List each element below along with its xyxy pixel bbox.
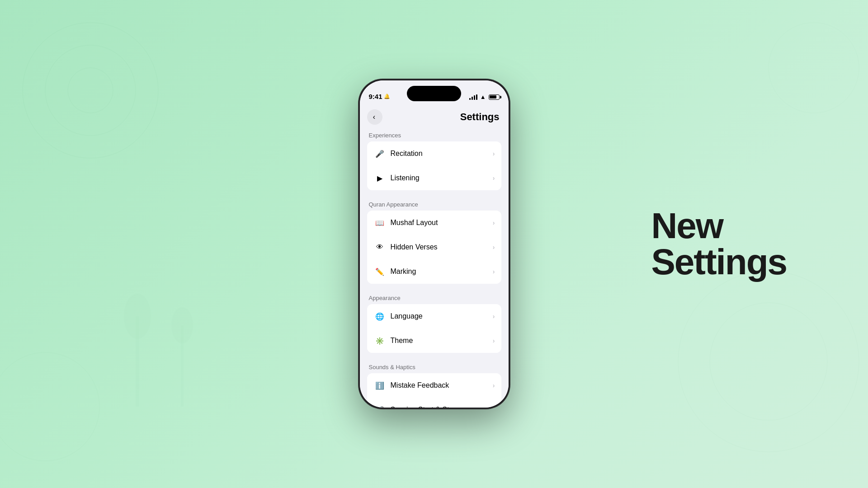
signal-bar-3 <box>474 95 475 100</box>
settings-body: Experiences 🎤 Recitation › ▶ Listening › <box>360 128 509 408</box>
mushaf-layout-label: Mushaf Layout <box>391 219 493 227</box>
back-chevron-icon: ‹ <box>373 113 375 121</box>
new-settings-overlay: New Settings <box>651 208 787 280</box>
theme-label: Theme <box>391 337 493 345</box>
section-group-experiences: 🎤 Recitation › ▶ Listening › <box>367 141 501 190</box>
setting-row-mushaf-layout[interactable]: 📖 Mushaf Layout › <box>367 211 501 235</box>
setting-row-marking[interactable]: ✏️ Marking › <box>367 259 501 284</box>
hidden-verses-chevron-icon: › <box>493 244 495 251</box>
status-right-icons: ▲ <box>469 94 500 100</box>
recitation-chevron-icon: › <box>493 150 495 157</box>
section-header-experiences: Experiences <box>367 132 501 141</box>
svg-rect-9 <box>181 325 184 407</box>
marking-icon: ✏️ <box>373 265 386 278</box>
svg-point-4 <box>710 303 827 420</box>
svg-point-0 <box>23 23 158 158</box>
marking-label: Marking <box>391 267 493 276</box>
setting-row-hidden-verses[interactable]: 👁 Hidden Verses › <box>367 235 501 259</box>
section-header-appearance: Appearance <box>367 295 501 304</box>
battery-icon <box>489 94 500 100</box>
svg-point-2 <box>68 68 113 113</box>
hidden-verses-icon: 👁 <box>373 241 386 253</box>
overlay-line2: Settings <box>651 244 787 280</box>
phone-mockup: 9:41 🔔 ▲ <box>359 79 510 409</box>
screen-content[interactable]: ‹ Settings Experiences 🎤 Recitation › <box>360 104 509 408</box>
session-chevron-icon: › <box>493 406 495 408</box>
phone-screen: 9:41 🔔 ▲ <box>360 80 509 408</box>
svg-point-6 <box>769 23 859 113</box>
signal-bar-4 <box>476 94 477 100</box>
battery-fill <box>490 95 496 99</box>
setting-row-recitation[interactable]: 🎤 Recitation › <box>367 141 501 166</box>
section-appearance: Appearance 🌐 Language › ✳️ Theme › <box>367 295 501 353</box>
listening-icon: ▶ <box>373 172 386 184</box>
setting-row-theme[interactable]: ✳️ Theme › <box>367 328 501 353</box>
signal-icon <box>469 94 477 100</box>
hidden-verses-label: Hidden Verses <box>391 243 493 251</box>
session-start-stop-icon: 🎤 <box>373 404 386 408</box>
section-group-quran-appearance: 📖 Mushaf Layout › 👁 Hidden Verses › ✏️ <box>367 211 501 284</box>
status-time: 9:41 🔔 <box>369 93 390 100</box>
mushaf-chevron-icon: › <box>493 219 495 226</box>
section-group-sounds-haptics: ℹ️ Mistake Feedback › 🎤 Session Start & … <box>367 373 501 408</box>
setting-row-mistake-feedback[interactable]: ℹ️ Mistake Feedback › <box>367 373 501 398</box>
language-icon: 🌐 <box>373 310 386 323</box>
alarm-icon: 🔔 <box>384 94 390 99</box>
dynamic-island <box>407 86 461 101</box>
theme-icon: ✳️ <box>373 334 386 347</box>
mistake-feedback-icon: ℹ️ <box>373 379 386 392</box>
section-sounds-haptics: Sounds & Haptics ℹ️ Mistake Feedback › 🎤… <box>367 364 501 408</box>
theme-chevron-icon: › <box>493 337 495 344</box>
navigation-bar: ‹ Settings <box>360 104 509 128</box>
mistake-feedback-chevron-icon: › <box>493 382 495 389</box>
listening-chevron-icon: › <box>493 174 495 182</box>
section-quran-appearance: Quran Appearance 📖 Mushaf Layout › 👁 Hid… <box>367 201 501 284</box>
mistake-feedback-label: Mistake Feedback <box>391 381 493 389</box>
svg-point-1 <box>45 45 136 136</box>
recitation-label: Recitation <box>391 150 493 158</box>
setting-row-language[interactable]: 🌐 Language › <box>367 304 501 328</box>
page-title: Settings <box>382 111 501 123</box>
marking-chevron-icon: › <box>493 268 495 275</box>
language-label: Language <box>391 312 493 320</box>
section-experiences: Experiences 🎤 Recitation › ▶ Listening › <box>367 132 501 190</box>
status-bar: 9:41 🔔 ▲ <box>360 80 509 104</box>
mushaf-layout-icon: 📖 <box>373 216 386 229</box>
back-button[interactable]: ‹ <box>367 109 382 125</box>
svg-point-3 <box>678 271 859 452</box>
listening-label: Listening <box>391 174 493 182</box>
signal-bar-2 <box>472 97 473 100</box>
section-group-appearance: 🌐 Language › ✳️ Theme › <box>367 304 501 353</box>
section-header-quran-appearance: Quran Appearance <box>367 201 501 211</box>
session-start-stop-label: Session Start & Stop <box>391 406 493 408</box>
wifi-icon: ▲ <box>480 94 486 100</box>
svg-point-10 <box>171 307 193 343</box>
svg-point-8 <box>124 294 151 339</box>
overlay-line1: New <box>651 208 787 244</box>
time-display: 9:41 <box>369 93 382 100</box>
section-header-sounds-haptics: Sounds & Haptics <box>367 364 501 373</box>
phone-frame: 9:41 🔔 ▲ <box>359 79 510 409</box>
setting-row-listening[interactable]: ▶ Listening › <box>367 166 501 190</box>
language-chevron-icon: › <box>493 313 495 320</box>
svg-rect-7 <box>136 316 139 407</box>
signal-bar-1 <box>469 98 471 100</box>
setting-row-session-start-stop[interactable]: 🎤 Session Start & Stop › <box>367 398 501 408</box>
svg-point-5 <box>0 352 99 461</box>
recitation-icon: 🎤 <box>373 147 386 160</box>
